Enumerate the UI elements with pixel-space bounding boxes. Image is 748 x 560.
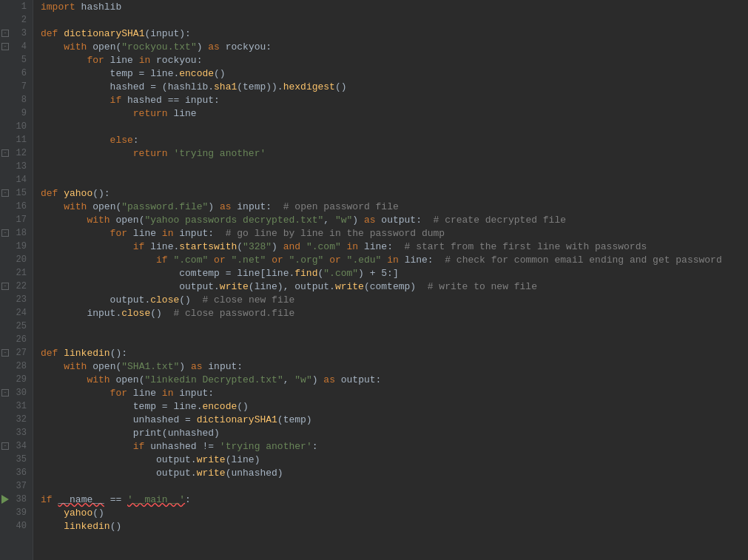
code-line-35: output.write(line)	[41, 453, 748, 466]
code-line-1: import hashlib	[41, 0, 748, 13]
code-line-39: yahoo()	[41, 506, 748, 519]
fold-indicator[interactable]: -	[1, 30, 9, 37]
code-line-12: return 'trying another'	[41, 146, 748, 160]
code-line-16: with open("password.file") as input: # o…	[41, 200, 748, 213]
code-line-37	[41, 479, 748, 493]
fold-indicator[interactable]: -	[1, 442, 9, 450]
code-line-7: hashed = (hashlib.sha1(temp)).hexdigest(…	[41, 80, 748, 93]
code-line-2	[41, 13, 748, 27]
run-indicator[interactable]	[1, 495, 9, 504]
code-line-31: temp = line.encode()	[41, 399, 748, 413]
code-line-32: unhashed = dictionarySHA1(temp)	[41, 413, 748, 426]
fold-indicator[interactable]: -	[1, 389, 9, 397]
code-line-27: def linkedin():	[41, 346, 748, 360]
line-number-16: 16	[0, 200, 33, 213]
code-content[interactable]: import hashlib def dictionarySHA1(input)…	[33, 0, 748, 560]
fold-indicator[interactable]: -	[1, 283, 9, 290]
line-number-10: 10	[0, 120, 33, 133]
line-number-37: 37	[0, 479, 33, 493]
line-number-17: 17	[0, 213, 33, 226]
line-number-39: 39	[0, 506, 33, 519]
line-number-2: 2	[0, 13, 33, 27]
code-line-26	[41, 333, 748, 346]
code-line-22: output.write(line), output.write(comtemp…	[41, 280, 748, 293]
code-line-18: for line in input: # go line by line in …	[41, 226, 748, 240]
line-number-3: -3	[0, 27, 33, 40]
line-number-7: 7	[0, 80, 33, 93]
code-line-34: if unhashed != 'trying another':	[41, 439, 748, 453]
code-area: 12-3-4567891011-121314-151617-18192021-2…	[0, 0, 748, 560]
line-number-15: -15	[0, 186, 33, 200]
line-number-25: 25	[0, 320, 33, 333]
code-line-8: if hashed == input:	[41, 93, 748, 107]
code-line-30: for line in input:	[41, 386, 748, 399]
line-gutter: 12-3-4567891011-121314-151617-18192021-2…	[0, 0, 33, 560]
line-number-12: -12	[0, 146, 33, 160]
code-line-5: for line in rockyou:	[41, 53, 748, 67]
line-number-19: 19	[0, 240, 33, 253]
code-line-23: output.close() # close new file	[41, 293, 748, 306]
code-line-19: if line.startswith("328") and ".com" in …	[41, 240, 748, 253]
fold-indicator[interactable]: -	[1, 43, 9, 50]
code-line-33: print(unhashed)	[41, 426, 748, 439]
line-number-24: 24	[0, 306, 33, 320]
code-line-20: if ".com" or ".net" or ".org" or ".edu" …	[41, 253, 748, 266]
code-line-21: comtemp = line[line.find(".com") + 5:]	[41, 266, 748, 280]
code-line-25	[41, 320, 748, 333]
line-number-26: 26	[0, 333, 33, 346]
line-number-27: -27	[0, 346, 33, 360]
line-number-18: -18	[0, 226, 33, 240]
code-line-3: def dictionarySHA1(input):	[41, 27, 748, 40]
line-number-20: 20	[0, 253, 33, 266]
line-number-34: -34	[0, 439, 33, 453]
line-number-4: -4	[0, 40, 33, 53]
line-number-38: 38	[0, 493, 33, 506]
code-line-14	[41, 173, 748, 186]
code-line-10	[41, 120, 748, 133]
line-number-8: 8	[0, 93, 33, 107]
code-line-40: linkedin()	[41, 519, 748, 533]
line-number-14: 14	[0, 173, 33, 186]
fold-indicator[interactable]: -	[1, 229, 9, 237]
code-line-24: input.close() # close password.file	[41, 306, 748, 320]
line-number-35: 35	[0, 453, 33, 466]
code-line-15: def yahoo():	[41, 186, 748, 200]
code-line-11: else:	[41, 133, 748, 146]
line-number-13: 13	[0, 160, 33, 173]
code-line-38: if __name__ == '__main__':	[41, 493, 748, 506]
line-number-9: 9	[0, 107, 33, 120]
fold-indicator[interactable]: -	[1, 189, 9, 197]
code-line-4: with open("rockyou.txt") as rockyou:	[41, 40, 748, 53]
code-line-9: return line	[41, 107, 748, 120]
line-number-5: 5	[0, 53, 33, 67]
code-line-17: with open("yahoo passwords decrypted.txt…	[41, 213, 748, 226]
fold-indicator[interactable]: -	[1, 149, 9, 157]
code-line-28: with open("SHA1.txt") as input:	[41, 360, 748, 373]
code-line-29: with open("linkedin Decrypted.txt", "w")…	[41, 373, 748, 386]
fold-indicator[interactable]: -	[1, 349, 9, 357]
line-number-11: 11	[0, 133, 33, 146]
line-number-32: 32	[0, 413, 33, 426]
line-number-21: 21	[0, 266, 33, 280]
line-number-36: 36	[0, 466, 33, 479]
line-number-29: 29	[0, 373, 33, 386]
line-number-1: 1	[0, 0, 33, 13]
line-number-23: 23	[0, 293, 33, 306]
line-number-6: 6	[0, 67, 33, 80]
line-number-28: 28	[0, 360, 33, 373]
line-number-40: 40	[0, 519, 33, 533]
line-number-31: 31	[0, 399, 33, 413]
line-number-30: -30	[0, 386, 33, 399]
code-line-36: output.write(unhashed)	[41, 466, 748, 479]
code-editor: 12-3-4567891011-121314-151617-18192021-2…	[0, 0, 748, 560]
code-line-13	[41, 160, 748, 173]
line-number-22: -22	[0, 280, 33, 293]
code-line-6: temp = line.encode()	[41, 67, 748, 80]
line-number-33: 33	[0, 426, 33, 439]
